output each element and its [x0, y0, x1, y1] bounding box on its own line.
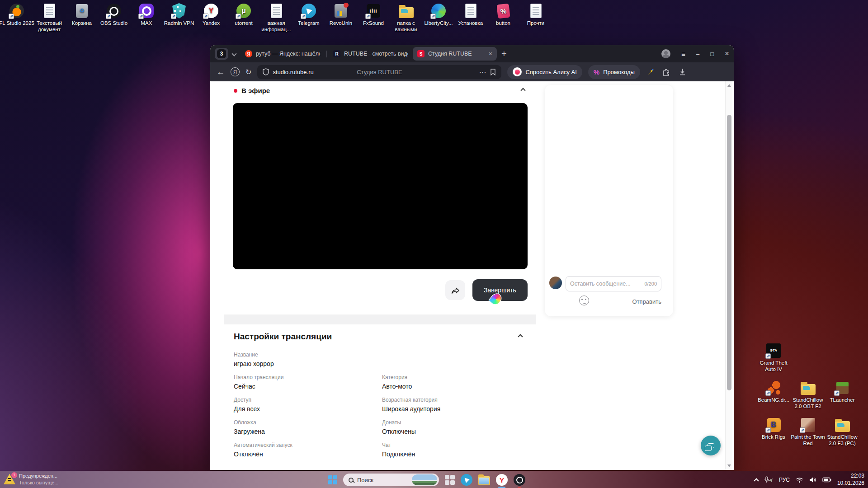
chat-bubbles-icon	[708, 443, 714, 448]
yandex-services-icon[interactable]	[646, 67, 656, 77]
reload-button[interactable]: ↻	[245, 68, 251, 76]
chat-message-input[interactable]	[570, 281, 642, 287]
desktop-icon-paint-town-red[interactable]: ↗ Paint the Town Red	[790, 417, 826, 447]
notification-subtitle: Только выпуще...	[19, 479, 58, 486]
desktop-icon-standchillow-f3[interactable]: StandChillow 2.0 F3 (PC)	[825, 417, 860, 447]
shortcut-arrow-icon: ↗	[365, 14, 371, 19]
volume-icon[interactable]	[809, 477, 816, 483]
page-scrollbar[interactable]	[725, 81, 732, 470]
taskbar-yandex-browser-icon[interactable]: Y	[496, 474, 508, 486]
shortcut-arrow-icon: ↗	[765, 353, 771, 359]
promo-codes-button[interactable]: % Промокоды	[588, 65, 640, 79]
desktop-icon-fl-studio[interactable]: ↗ FL Studio 2025	[0, 3, 34, 27]
address-bar[interactable]: studio.rutube.ru Студия RUTUBE ⋯	[257, 65, 501, 79]
desktop-icon-tlauncher[interactable]: ↗ TLauncher	[825, 380, 860, 404]
tab-divider	[326, 51, 327, 57]
send-message-button[interactable]: Отправить	[632, 298, 661, 305]
desktop-icon-important-folder[interactable]: папка с важными	[388, 3, 424, 33]
chat-message-field[interactable]: 0/200	[566, 276, 661, 291]
chevron-down-icon[interactable]	[231, 51, 236, 56]
tray-expand-chevron-icon[interactable]	[754, 478, 759, 483]
field-cover: Обложка Загружена	[234, 419, 382, 435]
desktop-icon-readme[interactable]: Прочти	[518, 3, 553, 27]
tray-time: 22:03	[837, 473, 864, 480]
minimize-button[interactable]: –	[696, 51, 699, 57]
taskbar-explorer-icon[interactable]	[478, 476, 490, 485]
tab-yandex-search[interactable]: Я рутуб — Яндекс: нашёлся	[241, 47, 325, 61]
collapse-settings-chevron-icon[interactable]	[518, 334, 523, 339]
more-icon[interactable]: ⋯	[479, 68, 486, 76]
desktop-icon-label: utorrent	[226, 20, 261, 27]
desktop-icon-label: Grand Theft Auto IV	[756, 360, 791, 373]
folder-icon	[835, 421, 850, 432]
warning-triangle-icon: 1	[4, 474, 15, 485]
tab-rutube-studio[interactable]: S Студия RUTUBE ×	[413, 47, 497, 61]
scroll-up-icon[interactable]	[727, 84, 731, 87]
desktop-icon-radmin[interactable]: ↗ Radmin VPN	[161, 3, 197, 27]
document-icon	[271, 4, 282, 18]
yandex-id-icon[interactable]: Я	[231, 67, 240, 76]
tab-close-icon[interactable]: ×	[489, 50, 492, 57]
new-tab-button[interactable]: +	[501, 49, 507, 59]
bookmark-icon[interactable]	[490, 69, 496, 75]
wifi-icon[interactable]	[796, 477, 803, 483]
desktop-icon-fxsound[interactable]: ılıı↗ FxSound	[356, 3, 391, 27]
desktop-icon-install[interactable]: Установка	[453, 3, 488, 27]
desktop-icon-recycle-bin[interactable]: ♻ Корзина	[64, 3, 99, 27]
desktop-icon-libertycity[interactable]: ↗ LibertyCity...	[421, 3, 456, 27]
desktop-icon-telegram[interactable]: ↗ Telegram	[291, 3, 326, 27]
collapse-live-chevron-icon[interactable]	[520, 88, 525, 93]
char-counter: 0/200	[644, 281, 657, 286]
desktop-icon-gta4[interactable]: GTA↗ Grand Theft Auto IV	[756, 343, 791, 373]
desktop-icon-brick-rigs[interactable]: B↗ Brick Rigs	[756, 417, 791, 441]
shortcut-arrow-icon: ↗	[765, 390, 771, 396]
desktop-icon-utorrent[interactable]: µ↗ utorrent	[226, 3, 261, 27]
desktop-icon-label: TLauncher	[825, 397, 860, 404]
back-button[interactable]: ←	[217, 67, 225, 77]
menu-icon[interactable]: ≡	[681, 50, 685, 58]
downloads-icon[interactable]	[678, 67, 688, 77]
tab-rutube[interactable]: R RUTUBE - смотреть виде	[329, 47, 413, 61]
share-stream-button[interactable]	[445, 280, 465, 300]
search-icon	[349, 478, 354, 483]
document-icon	[530, 4, 542, 18]
taskbar: 1 Предупрежден... Только выпуще... Поиск…	[0, 471, 868, 488]
desktop-icon-text-document[interactable]: Текстовый документ	[32, 3, 67, 33]
emoji-smiley-icon[interactable]	[579, 296, 589, 305]
desktop-icon-obs[interactable]: ↗ OBS Studio	[96, 3, 132, 27]
taskbar-obs-icon[interactable]	[514, 474, 525, 486]
taskbar-telegram-icon[interactable]	[461, 474, 472, 486]
task-view-button[interactable]	[445, 475, 455, 485]
stream-settings-section: Настройки трансляции Название играю хорр…	[234, 332, 528, 458]
scrollbar-thumb[interactable]	[727, 115, 731, 390]
desktop-icon-yandex[interactable]: Y↗ Yandex	[193, 3, 229, 27]
scroll-down-icon[interactable]	[727, 465, 731, 467]
shortcut-arrow-icon: ↗	[9, 14, 14, 19]
profile-avatar[interactable]	[661, 49, 670, 58]
desktop-icon-max[interactable]: ↗ MAX	[129, 3, 164, 27]
clock[interactable]: 22:03 10.01.2026	[837, 473, 864, 487]
desktop-icon-button[interactable]: % button	[486, 3, 521, 27]
taskbar-search[interactable]: Поиск	[343, 474, 439, 486]
live-video-preview[interactable]	[233, 103, 528, 269]
system-tray: РУС 22:03 10.01.2026	[755, 471, 864, 488]
desktop-icon-important-info[interactable]: важная информац...	[259, 3, 294, 33]
start-button[interactable]	[328, 475, 337, 484]
desktop-icon-beamng[interactable]: ↗ BeamNG.dr...	[756, 380, 791, 404]
extensions-puzzle-icon[interactable]	[662, 67, 672, 77]
shortcut-arrow-icon: ↗	[171, 14, 176, 19]
notification-area[interactable]: 1 Предупрежден... Только выпуще...	[4, 473, 58, 486]
mic-location-indicator-icon[interactable]	[764, 476, 773, 483]
battery-icon[interactable]	[822, 477, 831, 483]
promo-label: Промокоды	[603, 69, 635, 75]
tab-counter[interactable]: 3	[215, 48, 228, 60]
close-button[interactable]: ×	[725, 49, 729, 58]
maximize-button[interactable]: □	[710, 51, 714, 57]
alice-ai-button[interactable]: Спросить Алису AI	[507, 65, 582, 79]
language-indicator[interactable]: РУС	[779, 477, 790, 483]
desktop-icon-revo[interactable]: RevoUnin	[323, 3, 359, 27]
desktop-icon-standchillow-f2[interactable]: StandChillow 2.0 OBT F2	[790, 380, 826, 410]
support-chat-fab[interactable]	[701, 436, 721, 455]
tab-title: Студия RUTUBE	[428, 51, 485, 57]
shortcut-arrow-icon: ↗	[834, 390, 840, 396]
